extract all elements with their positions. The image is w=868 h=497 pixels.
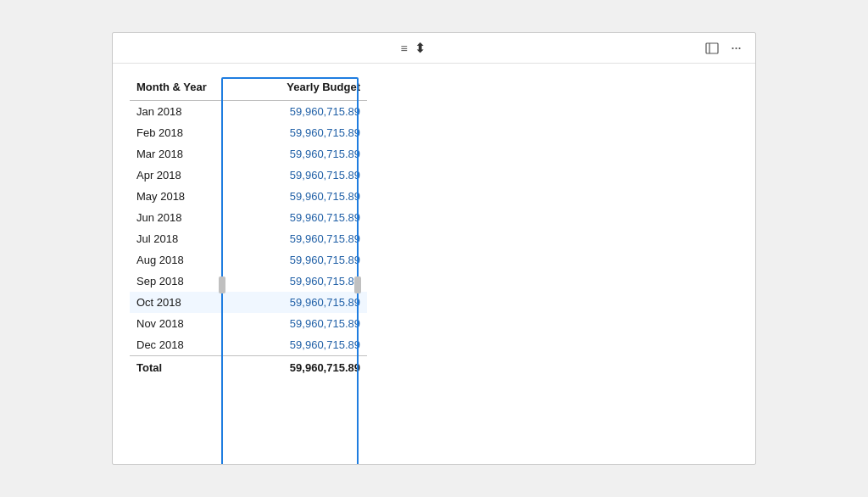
month-cell: Apr 2018 [130, 165, 226, 186]
more-options-icon[interactable]: ··· [726, 39, 745, 58]
col-header-month: Month & Year [130, 77, 226, 101]
value-cell: 59,960,715.89 [226, 143, 367, 165]
table-row: Dec 2018 59,960,715.89 [130, 334, 367, 356]
value-cell: 59,960,715.89 [226, 122, 367, 143]
table-row: Sep 2018 59,960,715.89 [130, 271, 367, 292]
value-cell: 59,960,715.89 [226, 334, 367, 356]
month-cell: Aug 2018 [130, 249, 226, 271]
total-row: Total 59,960,715.89 [130, 356, 367, 380]
month-cell: Mar 2018 [130, 143, 226, 165]
table-row: Oct 2018 59,960,715.89 [130, 292, 367, 313]
menu-icon[interactable]: ≡ [400, 42, 407, 55]
table-container: Month & Year Yearly Budget Jan 2018 59,9… [130, 77, 367, 450]
table-row: Mar 2018 59,960,715.89 [130, 143, 367, 165]
total-label: Total [130, 356, 226, 380]
table-row: Jun 2018 59,960,715.89 [130, 207, 367, 228]
report-panel: ≡ ⬍ ··· Month & Year [112, 32, 756, 465]
month-cell: May 2018 [130, 186, 226, 207]
table-row: May 2018 59,960,715.89 [130, 186, 367, 207]
table-row: Jul 2018 59,960,715.89 [130, 228, 367, 249]
value-cell: 59,960,715.89 [226, 207, 367, 228]
month-cell: Jun 2018 [130, 207, 226, 228]
table-row: Jan 2018 59,960,715.89 [130, 101, 367, 123]
value-cell: 59,960,715.89 [226, 101, 367, 123]
value-cell: 59,960,715.89 [226, 186, 367, 207]
table-row: Aug 2018 59,960,715.89 [130, 249, 367, 271]
expand-icon[interactable] [703, 39, 721, 58]
value-cell: 59,960,715.89 [226, 313, 367, 334]
value-cell: 59,960,715.89 [226, 271, 367, 292]
table-row: Feb 2018 59,960,715.89 [130, 122, 367, 143]
toolbar-right: ··· [703, 39, 745, 58]
month-cell: Sep 2018 [130, 271, 226, 292]
month-cell: Feb 2018 [130, 122, 226, 143]
panel-content: Month & Year Yearly Budget Jan 2018 59,9… [113, 64, 755, 464]
month-cell: Jul 2018 [130, 228, 226, 249]
value-cell: 59,960,715.89 [226, 165, 367, 186]
table-row: Nov 2018 59,960,715.89 [130, 313, 367, 334]
value-cell: 59,960,715.89 [226, 292, 367, 313]
col-header-budget: Yearly Budget [226, 77, 367, 101]
cursor-icon: ⬍ [415, 40, 426, 56]
table-row: Apr 2018 59,960,715.89 [130, 165, 367, 186]
month-cell: Jan 2018 [130, 101, 226, 123]
data-table: Month & Year Yearly Budget Jan 2018 59,9… [130, 77, 367, 379]
total-value: 59,960,715.89 [226, 356, 367, 380]
toolbar: ≡ ⬍ ··· [113, 33, 755, 64]
value-cell: 59,960,715.89 [226, 228, 367, 249]
month-cell: Oct 2018 [130, 292, 226, 313]
month-cell: Dec 2018 [130, 334, 226, 356]
month-cell: Nov 2018 [130, 313, 226, 334]
toolbar-center: ≡ ⬍ [400, 40, 425, 56]
value-cell: 59,960,715.89 [226, 249, 367, 271]
table-header-row: Month & Year Yearly Budget [130, 77, 367, 101]
svg-rect-0 [706, 43, 718, 53]
